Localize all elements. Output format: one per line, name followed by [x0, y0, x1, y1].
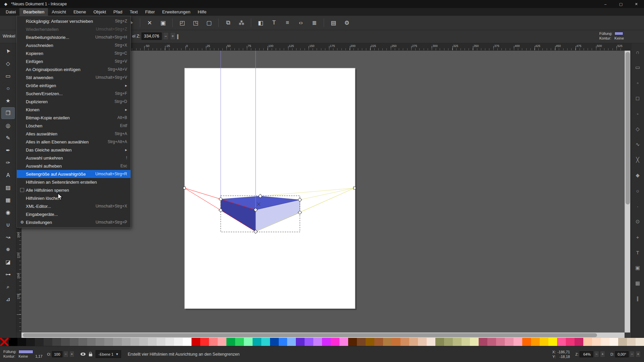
color-swatch[interactable]	[339, 338, 348, 346]
color-swatch[interactable]	[70, 338, 78, 346]
snap-bounding-box-button[interactable]: ▭	[633, 62, 643, 73]
color-swatch[interactable]	[514, 338, 522, 346]
menu-item-make-bitmap-copy[interactable]: Bitmap-Kopie erstellenAlt+B	[17, 114, 130, 122]
color-swatch[interactable]	[165, 338, 174, 346]
zoom-selection-button[interactable]: ◰	[176, 17, 188, 28]
color-swatch[interactable]	[522, 338, 531, 346]
zoom-input[interactable]: 64%	[580, 351, 593, 357]
vanishing-point-handle[interactable]	[354, 187, 356, 189]
angle-z-decrement-button[interactable]: −	[163, 32, 169, 40]
color-swatch[interactable]	[348, 338, 357, 346]
color-swatch[interactable]	[548, 338, 557, 346]
tool-style-fill-swatch[interactable]	[614, 32, 623, 35]
measure-tool[interactable]: ⊿	[1, 293, 15, 305]
color-swatch[interactable]	[566, 338, 575, 346]
stroke-value[interactable]: Keine	[18, 354, 33, 359]
snap-path-intersections-button[interactable]: ╳	[633, 155, 643, 165]
color-swatch[interactable]	[400, 338, 409, 346]
eraser-tool[interactable]: ◪	[1, 256, 15, 268]
color-swatch[interactable]	[139, 338, 148, 346]
color-swatch[interactable]	[496, 338, 505, 346]
menu-item-copy[interactable]: KopierenStrg+C	[17, 49, 130, 57]
menu-item-lock-all-guides[interactable]: Alle Hilfslinien sperren	[17, 186, 130, 194]
color-swatch[interactable]	[462, 338, 470, 346]
opacity-input[interactable]: 100	[52, 351, 62, 357]
layer-selector[interactable]: -Ebene 1 ▾	[96, 350, 121, 358]
color-swatch[interactable]	[487, 338, 496, 346]
vanishing-point-handle[interactable]	[183, 187, 186, 189]
close-button[interactable]: ✕	[629, 0, 644, 8]
spray-tool[interactable]: ✵	[1, 244, 15, 255]
tweak-tool[interactable]: ↝	[1, 231, 15, 243]
snap-toggle-button[interactable]: ∩	[633, 47, 643, 57]
color-swatch[interactable]	[409, 338, 418, 346]
cut-button[interactable]: ✕	[144, 17, 155, 28]
menu-item-preferences[interactable]: ⚙EinstellungenUmschalt+Strg+P	[17, 218, 130, 226]
box3d-tool[interactable]: ❒	[1, 107, 15, 119]
layer-visibility-icon[interactable]	[80, 353, 86, 356]
color-swatch[interactable]	[453, 338, 462, 346]
rotation-increment-button[interactable]: +	[636, 351, 641, 357]
snap-page-border-button[interactable]: ▣	[633, 262, 643, 273]
color-swatch[interactable]	[470, 338, 479, 346]
color-swatch[interactable]	[104, 338, 113, 346]
color-swatch[interactable]	[218, 338, 226, 346]
fill-swatch[interactable]	[18, 350, 33, 354]
minimize-button[interactable]: –	[598, 0, 613, 8]
color-swatch[interactable]	[627, 338, 636, 346]
snap-smooth-nodes-button[interactable]: ○	[633, 185, 643, 196]
color-swatch[interactable]	[200, 338, 209, 346]
menu-filter[interactable]: Filter	[142, 8, 159, 16]
menu-item-paste-in-place[interactable]: An Originalposition einfügenStrg+Alt+V	[17, 65, 130, 73]
menu-item-delete-all-guides[interactable]: Hilfslinien löschen	[17, 194, 130, 202]
color-swatch[interactable]	[374, 338, 383, 346]
menu-item-select-same[interactable]: Das Gleiche auswählen▸	[17, 146, 130, 154]
color-swatch[interactable]	[87, 338, 96, 346]
color-swatch[interactable]	[618, 338, 627, 346]
maximize-button[interactable]: ▢	[613, 0, 629, 8]
color-swatch[interactable]	[96, 338, 104, 346]
zoom-decrement-button[interactable]: −	[594, 351, 599, 357]
snap-guides-button[interactable]: ∥	[633, 293, 643, 304]
snap-nodes-button[interactable]: ◇	[633, 124, 643, 134]
menu-ansicht[interactable]: Ansicht	[48, 8, 70, 16]
color-swatch[interactable]	[226, 338, 235, 346]
color-swatch[interactable]	[35, 338, 44, 346]
angle-z-input[interactable]: 334,076	[142, 33, 161, 40]
color-swatch[interactable]	[26, 338, 35, 346]
layer-lock-icon[interactable]	[89, 354, 92, 356]
menu-item-paste-size[interactable]: Größe einfügen▸	[17, 81, 130, 89]
color-swatch[interactable]	[192, 338, 200, 346]
vertical-scrollbar[interactable]	[625, 51, 630, 333]
opacity-decrement-button[interactable]: −	[63, 351, 68, 357]
color-swatch[interactable]	[427, 338, 435, 346]
color-swatch[interactable]	[418, 338, 427, 346]
paint-bucket-tool[interactable]: ∪	[1, 219, 15, 231]
menu-hilfe[interactable]: Hilfe	[194, 8, 210, 16]
color-swatch[interactable]	[392, 338, 400, 346]
menu-pfad[interactable]: Pfad	[110, 8, 126, 16]
color-swatch[interactable]	[183, 338, 192, 346]
color-swatch[interactable]	[209, 338, 218, 346]
color-swatch[interactable]	[279, 338, 287, 346]
color-swatch[interactable]	[435, 338, 444, 346]
menu-item-fit-page-to-selection[interactable]: Seitengröße auf AuswahlgrößeUmschalt+Str…	[17, 170, 130, 178]
create-clone-button[interactable]: ⁂	[236, 17, 247, 28]
vertical-scrollbar-thumb[interactable]	[626, 52, 630, 204]
gradient-tool[interactable]: ▨	[1, 182, 15, 193]
color-swatch[interactable]	[540, 338, 548, 346]
horizontal-scrollbar[interactable]	[21, 333, 625, 338]
menu-text[interactable]: Text	[126, 8, 142, 16]
color-swatch[interactable]	[113, 338, 122, 346]
menu-ebene[interactable]: Ebene	[70, 8, 90, 16]
menu-item-clone[interactable]: Klonen▸	[17, 106, 130, 114]
spiral-tool[interactable]: ◎	[1, 120, 15, 131]
color-swatch[interactable]	[78, 338, 87, 346]
node-editor-tool[interactable]: ◇	[1, 58, 15, 69]
snap-line-midpoints-button[interactable]: ·	[633, 201, 643, 212]
color-swatch[interactable]	[357, 338, 366, 346]
color-swatch[interactable]	[575, 338, 583, 346]
color-swatch[interactable]	[305, 338, 313, 346]
menu-item-paste-style[interactable]: Stil anwendenUmschalt+Strg+V	[17, 73, 130, 81]
snap-bbox-midpoints-button[interactable]: ◦	[633, 108, 643, 119]
